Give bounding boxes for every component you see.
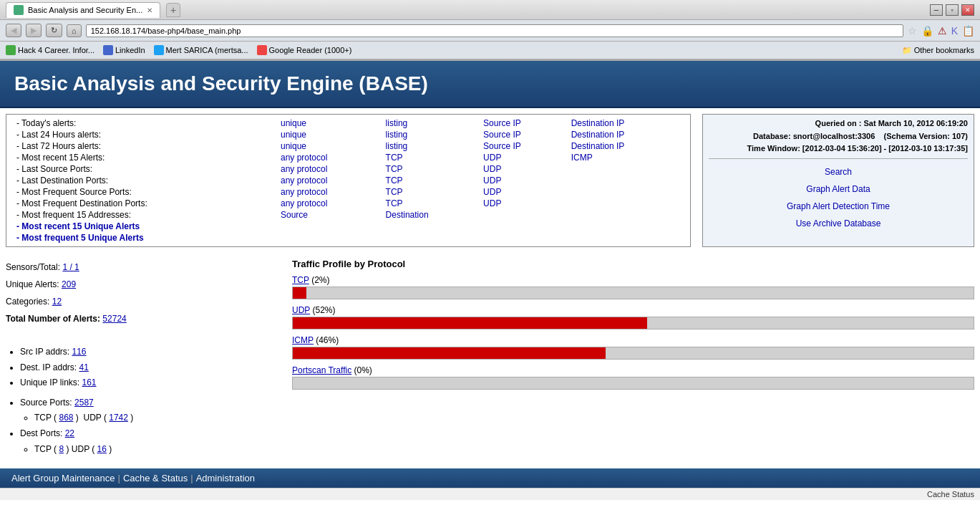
protocol-link[interactable]: Portscan Traffic <box>292 365 351 375</box>
bookmark-linkedin[interactable]: LinkedIn <box>103 45 145 55</box>
udp-source-link[interactable]: 1742 <box>109 413 128 423</box>
alert-col-2[interactable]: UDP <box>479 152 567 163</box>
tab-close-btn[interactable]: ✕ <box>147 6 152 14</box>
alert-col-1[interactable]: TCP <box>382 186 480 198</box>
src-ip-link[interactable]: 116 <box>72 347 86 357</box>
browser-chrome: Basic Analysis and Security En... ✕ + ─ … <box>0 0 980 61</box>
folder-icon: 📁 <box>902 46 912 55</box>
alert-col-0[interactable]: unique <box>276 129 382 140</box>
alert-col-2[interactable]: Source IP <box>479 117 567 129</box>
alert-col-0[interactable]: any protocol <box>276 163 382 175</box>
bar-container <box>292 287 974 299</box>
alert-col-3[interactable]: Destination IP <box>567 117 684 129</box>
alert-col-2[interactable]: UDP <box>479 198 567 209</box>
source-ports-link[interactable]: 2587 <box>74 398 94 408</box>
alert-col-2[interactable]: Source IP <box>479 140 567 152</box>
info-link[interactable]: Search <box>709 163 968 181</box>
table-row: - Most recent 15 Alerts:any protocolTCPU… <box>12 152 684 163</box>
bar-fill <box>293 317 647 329</box>
most-recent-unique-alerts-link[interactable]: - Most recent 15 Unique Alerts <box>16 221 140 231</box>
home-btn[interactable]: ⌂ <box>67 24 82 37</box>
total-alerts-link[interactable]: 52724 <box>102 314 126 324</box>
bookmark-twitter[interactable]: Mert SARICA (mertsa... <box>154 45 248 55</box>
alert-col-3[interactable]: ICMP <box>567 152 684 163</box>
unique-ip-link[interactable]: 161 <box>82 377 97 388</box>
address-bar: ◀ ▶ ↻ ⌂ ☆ 🔒 ⚠ K 📋 <box>0 20 980 42</box>
alert-col-0[interactable]: any protocol <box>276 198 382 209</box>
alert-col-1[interactable]: TCP <box>382 163 480 175</box>
url-input[interactable] <box>86 24 903 37</box>
info-link[interactable]: Graph Alert Data <box>709 181 968 198</box>
alert-col-2[interactable]: UDP <box>479 186 567 198</box>
forward-btn[interactable]: ▶ <box>26 24 42 37</box>
tab-favicon <box>14 5 24 15</box>
alert-col-2[interactable]: UDP <box>479 175 567 186</box>
new-tab-btn[interactable]: + <box>166 3 180 17</box>
bar-fill <box>293 287 306 299</box>
footer-separator: | <box>190 473 193 483</box>
bookmark-google[interactable]: Google Reader (1000+) <box>257 45 352 55</box>
alert-label: - Last 72 Hours alerts: <box>12 140 276 152</box>
protocol-row: UDP (52%) <box>292 305 974 329</box>
alert-col-0[interactable]: any protocol <box>276 186 382 198</box>
table-row: - Last Destination Ports:any protocolTCP… <box>12 175 684 186</box>
extension-icon2: 📋 <box>962 25 974 37</box>
categories-link[interactable]: 12 <box>52 297 62 307</box>
most-frequent-unique-alerts-link[interactable]: - Most frequent 5 Unique Alerts <box>16 233 144 243</box>
tcp-source-link[interactable]: 868 <box>59 413 73 423</box>
bookmark-icon-twitter <box>154 45 164 55</box>
alerts-panel: - Today's alerts:uniquelistingSource IPD… <box>6 114 691 247</box>
footer-link-administration[interactable]: Administration <box>196 473 255 483</box>
alert-col-1[interactable]: TCP <box>382 198 480 209</box>
tcp-dest-link[interactable]: 8 <box>59 444 64 454</box>
alert-col-1[interactable]: listing <box>382 117 480 129</box>
alert-col-1[interactable]: listing <box>382 140 480 152</box>
bar-fill <box>293 347 606 359</box>
sensors-total-link[interactable]: 1 / 1 <box>62 262 79 272</box>
cache-status-text: Cache Status <box>927 490 974 499</box>
queried-on-label: Queried on <box>815 119 857 127</box>
protocol-bars: TCP (2%)UDP (52%)ICMP (46%)Portscan Traf… <box>292 275 974 390</box>
protocol-link[interactable]: UDP <box>292 305 310 315</box>
alert-col-2[interactable]: UDP <box>479 163 567 175</box>
alert-col-1[interactable]: listing <box>382 129 480 140</box>
protocol-link[interactable]: TCP <box>292 275 309 285</box>
udp-dest-link[interactable]: 16 <box>97 444 107 454</box>
other-bookmarks-btn[interactable]: 📁 Other bookmarks <box>902 46 974 55</box>
alert-col-0[interactable]: any protocol <box>276 175 382 186</box>
alert-label: - Last Destination Ports: <box>12 175 276 186</box>
database-label: Database: <box>753 132 791 140</box>
unique-alerts-link[interactable]: 209 <box>62 279 76 289</box>
bar-container <box>292 377 974 390</box>
tcp-source-row: TCP ( 868 ) UDP ( 1742 ) <box>34 410 278 426</box>
refresh-btn[interactable]: ↻ <box>46 24 62 37</box>
alert-col-0[interactable]: unique <box>276 140 382 152</box>
active-tab[interactable]: Basic Analysis and Security En... ✕ <box>6 2 160 18</box>
alert-col-1[interactable]: TCP <box>382 152 480 163</box>
footer-link-cache-&-status[interactable]: Cache & Status <box>123 473 188 483</box>
info-link[interactable]: Graph Alert Detection Time <box>709 198 968 215</box>
alert-col-0[interactable]: unique <box>276 117 382 129</box>
protocol-label: UDP (52%) <box>292 305 974 315</box>
alert-col-3[interactable]: Destination IP <box>567 129 684 140</box>
dest-ip-link[interactable]: 41 <box>79 362 88 372</box>
alert-col-3 <box>567 163 684 175</box>
alert-col-2[interactable]: Source IP <box>479 129 567 140</box>
alert-col-3[interactable]: Destination IP <box>567 140 684 152</box>
footer-link-alert-group-maintenance[interactable]: Alert Group Maintenance <box>11 473 115 483</box>
bookmark-hack4career[interactable]: Hack 4 Career. Infor... <box>6 45 94 55</box>
tcp-dest-row: TCP ( 8 ) UDP ( 16 ) <box>34 442 278 458</box>
dest-ports-link[interactable]: 22 <box>65 428 74 438</box>
info-link[interactable]: Use Archive Database <box>709 215 968 232</box>
close-btn[interactable]: ✕ <box>961 4 974 16</box>
protocol-link[interactable]: ICMP <box>292 335 314 345</box>
back-btn[interactable]: ◀ <box>6 24 21 37</box>
minimize-btn[interactable]: ─ <box>930 4 943 16</box>
bookmark-star-icon[interactable]: ☆ <box>908 25 917 37</box>
page-header: Basic Analysis and Security Engine (BASE… <box>0 61 980 108</box>
alert-col-0[interactable]: any protocol <box>276 152 382 163</box>
alert-col-1[interactable]: TCP <box>382 175 480 186</box>
alert-col-0[interactable]: Source <box>276 209 382 221</box>
restore-btn[interactable]: ▫ <box>946 4 959 16</box>
alert-col-1[interactable]: Destination <box>382 209 480 221</box>
